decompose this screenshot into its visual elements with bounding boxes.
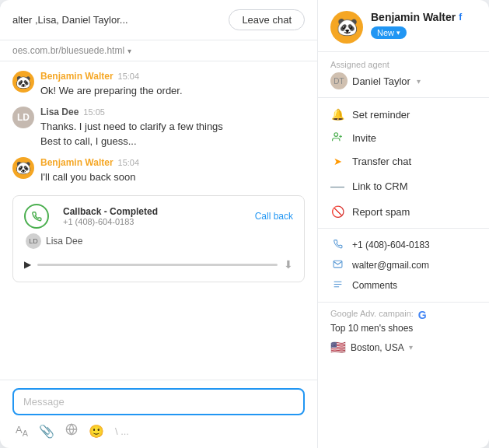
new-badge[interactable]: New ▾ (371, 26, 407, 39)
action-link-crm[interactable]: — Link to CRM (318, 173, 489, 200)
chat-panel: alter ,Lisa, Daniel Taylor... Leave chat… (0, 0, 318, 448)
callback-title: Callback - Completed (63, 206, 158, 217)
callback-phone: +1 (408)-604-0183 (63, 217, 158, 226)
google-icon: G (418, 309, 427, 321)
action-invite[interactable]: Invite (318, 126, 489, 150)
message-row: 🐼 Benjamin Walter 15:04 I'll call you ba… (12, 157, 305, 185)
play-button[interactable]: ▶ (24, 259, 31, 270)
contact-name-wrap: Benjamin Walter f New ▾ (371, 11, 477, 39)
detail-comments: Comments (330, 275, 477, 296)
comments-text: Comments (352, 280, 397, 291)
location-row: 🇺🇸 Boston, USA ▾ (330, 335, 477, 359)
messages-area: 🐼 Benjamin Walter 15:04 Ok! We are prepa… (0, 61, 317, 380)
contact-fb-icon: f (459, 12, 462, 23)
action-label: Transfer chat (352, 156, 411, 167)
detail-email: walter@gmail.com (330, 255, 477, 275)
emoji-icon[interactable]: 🙂 (89, 424, 104, 439)
toolbar-row: AA 📎 🙂 \ ... (12, 422, 305, 440)
callback-user-row: LD Lisa Dee (24, 233, 293, 249)
msg-time: 15:05 (83, 107, 105, 117)
actions-section: 🔔 Set reminder Invite ➤ Transfer chat (318, 98, 489, 229)
agent-chevron-icon: ▾ (417, 77, 421, 86)
msg-content: Lisa Dee 15:05 Thanks. I just need to cl… (40, 107, 305, 149)
message-row: LD Lisa Dee 15:05 Thanks. I just need to… (12, 107, 305, 149)
action-label: Set reminder (352, 109, 410, 121)
badge-chevron-icon: ▾ (396, 29, 400, 37)
callback-text-info: Callback - Completed +1 (408)-604-0183 (63, 206, 158, 226)
more-options-icon[interactable]: \ ... (115, 425, 129, 437)
action-report-spam[interactable]: 🚫 Report spam (318, 200, 489, 223)
flag-icon: 🇺🇸 (330, 340, 346, 355)
action-label: Invite (352, 132, 376, 144)
contact-avatar: 🐼 (330, 11, 363, 44)
callback-top: Callback - Completed +1 (408)-604-0183 C… (24, 204, 293, 229)
msg-header: Benjamin Walter 15:04 (40, 157, 305, 168)
url-bar: oes.com.br/bluesuede.html ▾ (0, 40, 317, 61)
transfer-icon: ➤ (330, 156, 344, 167)
location-chevron-icon: ▾ (409, 343, 413, 352)
invite-icon (330, 131, 344, 145)
svg-point-2 (334, 133, 338, 137)
assigned-label: Assigned agent (330, 60, 477, 69)
campaign-label: Google Adv. campain: (330, 309, 414, 318)
msg-header: Lisa Dee 15:05 (40, 107, 305, 117)
detail-phone: +1 (408)-604-0183 (330, 235, 477, 255)
comments-icon (330, 279, 344, 292)
agent-row: DT Daniel Taylor ▾ (330, 72, 477, 89)
contact-name-text: Benjamin Walter (371, 11, 456, 23)
text-format-icon[interactable]: AA (16, 424, 28, 438)
avatar: 🐼 (12, 157, 34, 179)
callback-card: Callback - Completed +1 (408)-604-0183 C… (12, 195, 305, 282)
msg-header: Benjamin Walter 15:04 (40, 71, 305, 82)
info-panel: 🐼 Benjamin Walter f New ▾ Assigned agent… (318, 0, 489, 448)
contact-details-section: +1 (408)-604-0183 walter@gmail.com Co (318, 229, 489, 303)
attachment-icon[interactable]: 📎 (39, 424, 54, 439)
action-set-reminder[interactable]: 🔔 Set reminder (318, 103, 489, 126)
chat-title: alter ,Lisa, Daniel Taylor... (12, 14, 222, 26)
call-back-link[interactable]: Call back (255, 211, 293, 222)
avatar: 🐼 (12, 71, 34, 93)
campaign-section: Google Adv. campain: G Top 10 men's shoe… (318, 303, 489, 366)
phone-icon (330, 239, 344, 251)
audio-progress-bar[interactable] (37, 264, 278, 266)
globe-icon[interactable] (65, 423, 78, 439)
campaign-text: Top 10 men's shoes (330, 321, 477, 335)
callback-user-avatar: LD (26, 233, 41, 249)
phone-text: +1 (408)-604-0183 (352, 240, 430, 250)
callback-user-name: Lisa Dee (46, 236, 82, 247)
msg-author: Benjamin Walter (40, 71, 114, 82)
action-transfer-chat[interactable]: ➤ Transfer chat (318, 150, 489, 173)
msg-time: 15:04 (118, 72, 140, 81)
msg-text: Ok! We are preparing the order. (40, 83, 305, 99)
msg-author: Lisa Dee (40, 107, 79, 117)
avatar: LD (12, 107, 34, 128)
download-icon[interactable]: ⬇ (284, 258, 293, 271)
leave-chat-button[interactable]: Leave chat (229, 9, 305, 30)
assigned-agent-section: Assigned agent DT Daniel Taylor ▾ (318, 52, 489, 98)
msg-text: Thanks. I just need to clarify a few thi… (40, 119, 305, 149)
email-text: walter@gmail.com (352, 260, 429, 271)
url-chevron-icon: ▾ (127, 47, 131, 55)
callback-phone-icon (24, 204, 49, 229)
campaign-row: Google Adv. campain: G (330, 309, 477, 321)
audio-bar: ▶ ⬇ (24, 255, 293, 274)
agent-avatar: DT (330, 72, 348, 89)
chat-header: alter ,Lisa, Daniel Taylor... Leave chat (0, 0, 317, 40)
url-text: oes.com.br/bluesuede.html (12, 45, 124, 56)
agent-name: Daniel Taylor (352, 75, 410, 87)
message-row: 🐼 Benjamin Walter 15:04 Ok! We are prepa… (12, 71, 305, 99)
action-label: Link to CRM (352, 180, 408, 192)
action-label: Report spam (352, 206, 410, 218)
msg-time: 15:04 (118, 158, 140, 167)
msg-content: Benjamin Walter 15:04 I'll call you back… (40, 157, 305, 185)
message-input[interactable] (23, 396, 294, 408)
badge-label: New (377, 28, 394, 37)
msg-author: Benjamin Walter (40, 157, 114, 168)
location-text: Boston, USA (351, 342, 404, 353)
msg-text: I'll call you back soon (40, 170, 305, 185)
msg-content: Benjamin Walter 15:04 Ok! We are prepari… (40, 71, 305, 99)
spam-icon: 🚫 (330, 205, 344, 218)
bell-icon: 🔔 (330, 108, 344, 121)
contact-header: 🐼 Benjamin Walter f New ▾ (318, 0, 489, 52)
input-area: AA 📎 🙂 \ ... (0, 380, 317, 448)
